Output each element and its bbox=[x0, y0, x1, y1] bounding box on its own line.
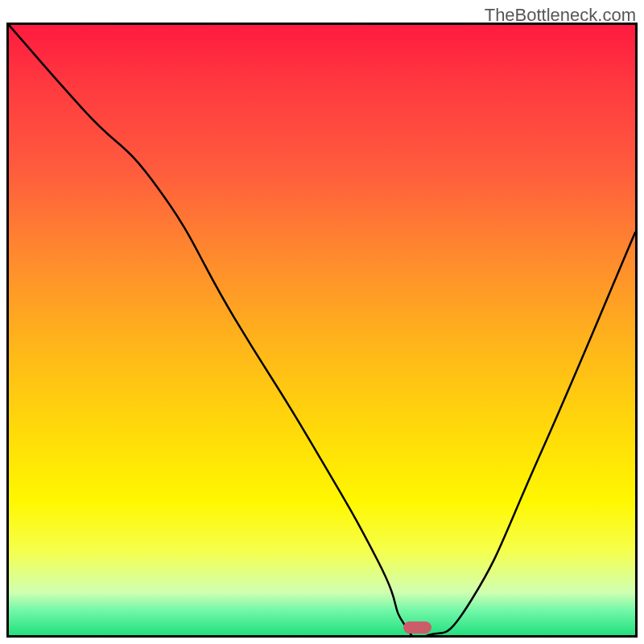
optimal-marker bbox=[403, 621, 431, 634]
gradient-background bbox=[9, 25, 635, 635]
plot-frame bbox=[6, 23, 638, 638]
watermark-text: TheBottleneck.com bbox=[485, 5, 636, 26]
chart-container: TheBottleneck.com bbox=[0, 0, 644, 644]
